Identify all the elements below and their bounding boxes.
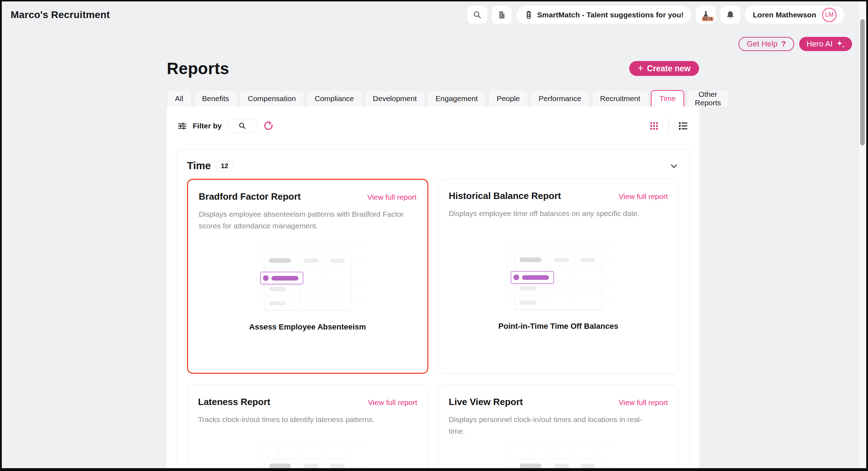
card-header: Historical Balance Report View full repo… [449, 190, 668, 201]
app-window: Marco's Recruitment SmartMatch - Talent … [0, 0, 868, 471]
time-section-header[interactable]: Time 12 [176, 160, 690, 172]
page-header-row: Reports + Create new [167, 59, 699, 78]
company-icon [497, 10, 506, 20]
illustration-table [515, 459, 602, 471]
view-toggle [649, 118, 688, 133]
illustration-highlight-row [511, 271, 554, 284]
highlight-bar [522, 275, 549, 280]
filter-controls: Filter by [177, 119, 274, 133]
reports-grid: Bradford Factor Report View full report … [176, 179, 690, 471]
illustration-wrap [449, 247, 668, 309]
search-button[interactable] [467, 6, 487, 24]
card-header: Lateness Report View full report [198, 397, 417, 408]
top-bar: Marco's Recruitment SmartMatch - Talent … [2, 1, 866, 25]
view-full-report-link[interactable]: View full report [619, 192, 668, 201]
list-view-button[interactable] [678, 121, 688, 131]
illustration-wrap [449, 453, 668, 471]
smartmatch-button[interactable]: SmartMatch - Talent suggestions for you! [516, 6, 692, 24]
report-title: Lateness Report [198, 397, 270, 408]
scrollbar-thumb[interactable] [860, 19, 865, 145]
topbar-actions: SmartMatch - Talent suggestions for you!… [467, 6, 844, 24]
smartmatch-icon [524, 10, 533, 20]
report-illustration [254, 453, 361, 471]
help-row: Get Help ? Hero AI [2, 37, 866, 51]
section-title-wrap: Time 12 [187, 160, 233, 172]
tab-performance[interactable]: Performance [531, 90, 589, 106]
sparkle-icon [836, 40, 845, 48]
company-button[interactable] [492, 6, 512, 24]
report-card[interactable]: Lateness Report View full report Tracks … [187, 385, 428, 471]
user-name: Loren Mathewson [753, 11, 816, 19]
tab-people[interactable]: People [488, 90, 528, 106]
report-description: Displays personnel clock-in/out times an… [449, 414, 668, 437]
tab-compliance[interactable]: Compliance [307, 90, 362, 106]
report-illustration [254, 248, 361, 310]
highlight-bar [271, 276, 298, 281]
smartmatch-label: SmartMatch - Talent suggestions for you! [537, 11, 684, 19]
question-mark-icon: ? [781, 39, 786, 49]
vertical-scrollbar[interactable] [858, 1, 866, 468]
card-header: Live View Report View full report [449, 397, 668, 408]
get-help-button[interactable]: Get Help ? [738, 37, 794, 51]
card-header: Bradford Factor Report View full report [199, 191, 417, 202]
section-count-badge: 12 [216, 160, 233, 172]
report-title: Live View Report [449, 397, 523, 408]
time-section: Time 12 Bradford Factor Report View full… [176, 149, 690, 471]
refresh-icon [263, 121, 274, 131]
beta-badge: BETA [702, 17, 714, 21]
tab-other-reports[interactable]: Other Reports [687, 90, 729, 106]
tab-benefits[interactable]: Benefits [194, 90, 237, 106]
tab-compensation[interactable]: Compensation [240, 90, 304, 106]
report-card[interactable]: Historical Balance Report View full repo… [438, 179, 679, 374]
report-description: Displays employee absenteeism patterns w… [199, 209, 417, 232]
tab-time[interactable]: Time [651, 90, 684, 106]
create-new-button[interactable]: + Create new [629, 61, 699, 76]
report-illustration [505, 247, 611, 309]
illustration-table [264, 459, 352, 471]
tab-development[interactable]: Development [365, 90, 425, 106]
illustration-wrap [198, 453, 417, 471]
report-caption: Assess Employee Absenteeism [199, 322, 417, 332]
create-new-label: Create new [647, 64, 691, 73]
reports-panel: Filter by [167, 106, 699, 471]
highlight-dot [263, 275, 269, 281]
app-title: Marco's Recruitment [11, 9, 110, 21]
user-menu-button[interactable]: Loren Mathewson LM [745, 6, 844, 24]
grid-view-icon [649, 121, 659, 131]
hero-ai-label: Hero AI [807, 39, 833, 49]
report-title: Historical Balance Report [449, 190, 561, 201]
get-help-label: Get Help [747, 39, 778, 49]
search-icon [238, 122, 247, 130]
view-full-report-link[interactable]: View full report [368, 398, 417, 407]
tab-all[interactable]: All [167, 90, 191, 106]
section-title: Time [187, 160, 211, 172]
hero-ai-button[interactable]: Hero AI [799, 37, 852, 51]
filter-by-label: Filter by [193, 122, 222, 130]
reset-filters-button[interactable] [263, 121, 274, 131]
report-description: Tracks clock-in/out times to identify la… [198, 414, 417, 437]
notifications-bell-icon [726, 10, 735, 20]
tab-engagement[interactable]: Engagement [427, 90, 486, 106]
view-full-report-link[interactable]: View full report [367, 193, 417, 201]
search-icon [473, 10, 482, 20]
labs-beta-button[interactable]: BETA [696, 6, 716, 24]
tab-recruitment[interactable]: Recruitment [592, 90, 648, 106]
filter-search-input[interactable] [227, 119, 257, 133]
report-caption: Point-in-Time Time Off Balances [449, 322, 668, 331]
chevron-down-icon[interactable] [669, 161, 679, 171]
filter-row: Filter by [167, 106, 699, 143]
highlight-dot [513, 275, 519, 280]
illustration-highlight-row [260, 272, 303, 284]
grid-view-button[interactable] [649, 121, 659, 131]
report-card[interactable]: Live View Report View full report Displa… [438, 385, 679, 471]
filter-sliders-icon [177, 121, 187, 131]
report-card[interactable]: Bradford Factor Report View full report … [187, 179, 428, 374]
report-illustration [505, 453, 611, 471]
list-view-icon [678, 121, 688, 131]
illustration-wrap [199, 248, 417, 310]
user-avatar: LM [822, 8, 836, 22]
view-full-report-link[interactable]: View full report [619, 398, 668, 407]
divider [668, 118, 669, 133]
notifications-button[interactable] [720, 6, 740, 24]
content-column: Reports + Create new AllBenefitsCompensa… [167, 59, 699, 471]
